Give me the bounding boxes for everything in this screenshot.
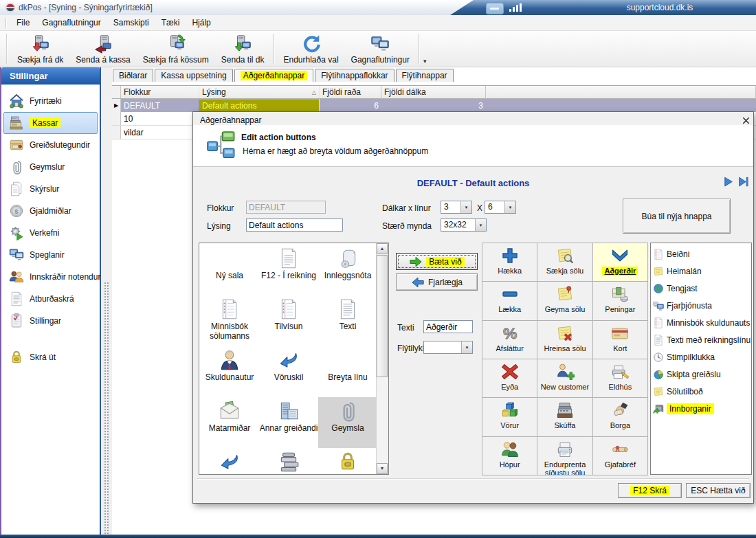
action-button-peningar[interactable]: Peningar bbox=[593, 282, 647, 320]
sidebar-item-innskr-ir-notendur[interactable]: Innskráðir notendur bbox=[3, 266, 98, 288]
action-button-endurprenta-s-ustu-s-lu[interactable]: Endurprenta síðustu sölu bbox=[537, 437, 592, 475]
sidebar-splitter[interactable] bbox=[101, 67, 113, 535]
action-button-s-kja-s-lu[interactable]: Sækja sölu bbox=[537, 243, 592, 281]
palette-item-matarmi-ar[interactable]: Matarmiðar bbox=[200, 397, 259, 448]
toolbar-button-gagnaflutningur[interactable]: Gagnaflutningur bbox=[345, 32, 416, 66]
list-item-minnisb-k-skuldunauts[interactable]: Minnisbók skuldunauts bbox=[651, 314, 751, 331]
chevron-down-icon[interactable]: ▼ bbox=[475, 219, 486, 231]
toolbar-button-senda-kassa[interactable]: Senda á kassa bbox=[69, 32, 136, 66]
menu-samskipti[interactable]: Samskipti bbox=[107, 16, 155, 30]
list-item-tengjast[interactable]: Tengjast bbox=[651, 280, 751, 297]
palette-item-item[interactable] bbox=[318, 448, 377, 475]
sidebar-item-atbur-askr[interactable]: Atburðaskrá bbox=[3, 288, 98, 310]
tab-a-ger-ahnappar[interactable]: Aðgerðahnappar bbox=[234, 69, 313, 82]
list-item-innborganir[interactable]: Innborganir bbox=[651, 400, 751, 417]
chevron-down-icon[interactable]: ▼ bbox=[460, 201, 471, 213]
column-header-flokkur[interactable]: Flokkur bbox=[121, 86, 199, 98]
action-button-gjafabr-f[interactable]: Gjafabréf bbox=[593, 437, 647, 475]
action-button-ey-a[interactable]: Eyða bbox=[482, 359, 537, 397]
menu-t-ki[interactable]: Tæki bbox=[155, 16, 186, 30]
chevron-down-icon[interactable]: ▼ bbox=[461, 341, 472, 353]
action-button-sk-ffa[interactable]: Skúffa bbox=[537, 398, 592, 436]
palette-item-breyta-l-nu[interactable]: Breyta línu bbox=[318, 346, 377, 397]
palette-item-n-sala[interactable]: Ný sala bbox=[200, 245, 259, 295]
palette-item-item[interactable] bbox=[259, 448, 318, 475]
toolbar-button-senda-til-dk[interactable]: Senda til dk bbox=[215, 32, 271, 66]
list-item-bei-ni[interactable]: Beiðni bbox=[651, 245, 751, 262]
linur-select[interactable]: 6 ▼ bbox=[485, 201, 516, 214]
action-button-hreinsa-s-lu[interactable]: Hreinsa sölu bbox=[537, 321, 592, 359]
nav-last-icon[interactable] bbox=[737, 176, 749, 188]
sidebar-item-gjaldmi-lar[interactable]: $Gjaldmiðlar bbox=[3, 200, 98, 222]
sidebar-item-fyrirt-ki[interactable]: Fyrirtæki bbox=[3, 90, 98, 112]
action-button-h-pur[interactable]: Hópur bbox=[482, 437, 537, 475]
menu-hj-lp[interactable]: Hjálp bbox=[186, 16, 216, 30]
staerd-select[interactable]: 32x32 ▼ bbox=[441, 218, 487, 232]
create-buttons-button[interactable]: Búa til nýja hnappa bbox=[623, 199, 731, 234]
palette-item-item[interactable] bbox=[200, 448, 259, 475]
action-button-a-ger-ir[interactable]: Aðgerðir bbox=[593, 243, 647, 281]
palette-item-annar-grei-andi[interactable]: Annar greiðandi bbox=[259, 397, 318, 448]
close-icon[interactable] bbox=[742, 116, 751, 125]
add-button[interactable]: Bæta við bbox=[396, 253, 478, 270]
list-item-skipta-grei-slu[interactable]: Skipta greiðslu bbox=[651, 366, 751, 383]
action-button-borga[interactable]: Borga bbox=[593, 398, 647, 436]
action-button-v-rur[interactable]: Vörur bbox=[482, 398, 537, 436]
toolbar-button-s-kja-fr-dk[interactable]: Sækja frá dk bbox=[11, 32, 69, 66]
scrollbar-thumb[interactable] bbox=[377, 255, 388, 377]
tab-kassa-uppsetning[interactable]: Kassa uppsetning bbox=[155, 69, 232, 82]
toolbar-button-s-kja-fr-k-ssum[interactable]: Sækja frá kössum bbox=[137, 32, 215, 66]
palette-item-v-ruskil[interactable]: Vöruskil bbox=[259, 346, 318, 397]
column-header-lysing[interactable]: Lýsing △ bbox=[199, 86, 320, 98]
action-button-eldh-s[interactable]: Eldhús bbox=[593, 359, 647, 397]
texti-input[interactable] bbox=[423, 320, 473, 333]
sidebar-item-speglanir[interactable]: Speglanir bbox=[3, 244, 98, 266]
sidebar-item-grei-slutegundir[interactable]: Greiðslutegundir bbox=[3, 134, 98, 156]
table-row-default[interactable]: ▶DEFAULTDefault actions63 bbox=[112, 99, 756, 112]
chevron-down-icon[interactable]: ▼ bbox=[504, 201, 515, 213]
action-button-l-kka[interactable]: Lækka bbox=[482, 282, 537, 320]
list-item-stimpilklukka[interactable]: Stimpilklukka bbox=[651, 348, 751, 366]
action-button-h-kka[interactable]: Hækka bbox=[482, 243, 537, 281]
palette-item-texti[interactable]: Texti bbox=[318, 295, 377, 346]
sidebar-item-kassar[interactable]: Kassar bbox=[3, 112, 98, 134]
palette-item-minnisb-k-s-lumanns[interactable]: Minnisbók sölumanns bbox=[200, 295, 259, 346]
flytilykill-select[interactable]: ▼ bbox=[423, 341, 473, 354]
nav-next-icon[interactable] bbox=[722, 176, 734, 188]
splitter-grip-icon[interactable] bbox=[104, 282, 109, 538]
action-button-geyma-s-lu[interactable]: Geyma sölu bbox=[537, 282, 592, 320]
sidebar-item-verkefni[interactable]: Verkefni bbox=[3, 222, 98, 244]
sidebar-item-sk-rslur[interactable]: Skýrslur bbox=[3, 178, 98, 200]
tab-fl-tihnappar[interactable]: Flýtihnappar bbox=[396, 69, 454, 82]
sidebar-item-skr-t[interactable]: Skrá út bbox=[3, 346, 98, 368]
menu-file[interactable]: File bbox=[10, 16, 36, 30]
tab-fl-tihnappaflokkar[interactable]: Flýtihnappaflokkar bbox=[315, 69, 394, 82]
sidebar-item-geymslur[interactable]: Geymslur bbox=[3, 156, 98, 178]
palette-item-f12-reikning[interactable]: F12 - Í reikning bbox=[259, 245, 318, 295]
column-header-fjoldi-dalka[interactable]: Fjöldi dálka bbox=[381, 86, 486, 98]
tab-bi-larar[interactable]: Biðlarar bbox=[113, 69, 153, 82]
action-button-kort[interactable]: Kort bbox=[593, 321, 647, 359]
sidebar-item-stillingar[interactable]: Stillingar bbox=[3, 310, 98, 332]
scroll-up-icon[interactable]: ▲ bbox=[377, 243, 388, 254]
toolbar-button-endurhla-a-val[interactable]: Endurhlaða val bbox=[278, 32, 345, 66]
remove-button[interactable]: Fjarlægja bbox=[396, 273, 478, 291]
menu-gagnaflutningur[interactable]: Gagnaflutningur bbox=[36, 16, 107, 30]
list-item-texti-me-reikningsl-nu[interactable]: Texti með reikningslínu bbox=[651, 331, 751, 348]
scroll-down-icon[interactable]: ▼ bbox=[377, 463, 388, 474]
list-item-fjar-j-nusta[interactable]: Fjarþjónusta bbox=[651, 297, 751, 314]
action-button-afsl-ttur[interactable]: %Afsláttur bbox=[482, 321, 537, 359]
palette-item-innleggsn-ta[interactable]: Innleggsnóta bbox=[318, 245, 377, 295]
palette-item-geymsla[interactable]: Geymsla bbox=[318, 397, 377, 448]
palette-item-skuldunautur[interactable]: Skuldunautur bbox=[200, 346, 259, 397]
column-header-fjoldi-rada[interactable]: Fjöldi raða bbox=[320, 86, 381, 98]
list-item-heimal-n[interactable]: Heimalán bbox=[651, 262, 751, 280]
save-button[interactable]: F12 Skrá bbox=[618, 483, 682, 498]
dalkar-select[interactable]: 3 ▼ bbox=[441, 201, 472, 214]
palette-scrollbar[interactable]: ▲ ▼ bbox=[376, 243, 388, 474]
lysing-input[interactable] bbox=[246, 218, 343, 232]
list-item-s-lutilbo[interactable]: Sölutilboð bbox=[651, 383, 751, 400]
palette-item-tilv-sun[interactable]: Tilvísun bbox=[259, 295, 318, 346]
toolbar-overflow-icon[interactable]: ▾ bbox=[423, 58, 427, 65]
action-button-new-customer[interactable]: New customer bbox=[537, 359, 592, 397]
